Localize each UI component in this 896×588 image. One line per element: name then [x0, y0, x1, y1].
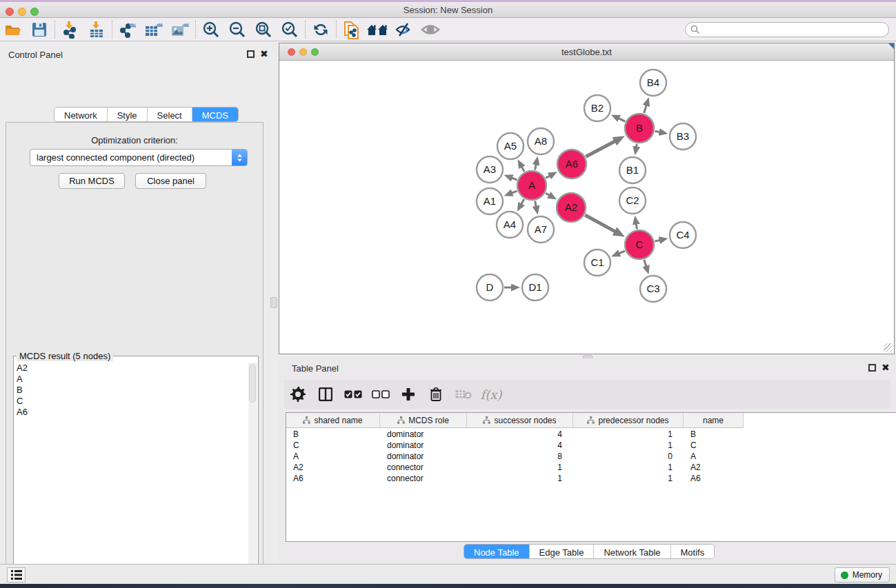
- cell-predecessor-nodes[interactable]: 1: [573, 440, 684, 450]
- result-list-scrollbar[interactable]: [248, 363, 257, 588]
- tab-select[interactable]: Select: [148, 108, 192, 121]
- cell-successor-nodes[interactable]: 4: [467, 429, 573, 439]
- result-item-c[interactable]: C: [14, 396, 248, 407]
- graph-edge-A6-B[interactable]: [586, 141, 615, 156]
- criterion-dropdown[interactable]: largest connected component (directed): [30, 149, 248, 166]
- graph-edge-A-A1[interactable]: [512, 191, 517, 193]
- table-row-a6[interactable]: A6connector11A6: [286, 473, 896, 484]
- graph-node-C2[interactable]: C2: [619, 187, 646, 214]
- graph-edge-A-A3[interactable]: [512, 178, 517, 180]
- graph-edge-A-A8[interactable]: [535, 164, 537, 170]
- function-builder-button[interactable]: f(x): [477, 383, 505, 406]
- graph-edge-C-C4[interactable]: [655, 240, 659, 241]
- graph-node-C3[interactable]: C3: [640, 276, 666, 302]
- cell-MCDS-role[interactable]: connector: [380, 463, 467, 472]
- tab-mcds[interactable]: MCDS: [192, 108, 238, 121]
- add-column-button[interactable]: [395, 383, 422, 406]
- cell-successor-nodes[interactable]: 1: [467, 474, 573, 483]
- table-row-a[interactable]: Adominator80A: [286, 451, 896, 462]
- result-item-a2[interactable]: A2: [14, 363, 248, 374]
- cell-shared-name[interactable]: A: [286, 452, 380, 461]
- table-row-a2[interactable]: A2connector11A2: [286, 462, 896, 473]
- graph-node-B4[interactable]: B4: [640, 70, 666, 96]
- graph-edge-B-B1[interactable]: [637, 144, 637, 148]
- graph-node-A3[interactable]: A3: [477, 156, 503, 183]
- cell-predecessor-nodes[interactable]: 1: [573, 474, 684, 483]
- scrollbar-thumb[interactable]: [249, 364, 256, 403]
- network-from-selection-button[interactable]: [339, 19, 365, 40]
- graph-node-C4[interactable]: C4: [670, 222, 696, 248]
- export-image-button[interactable]: [167, 19, 193, 40]
- graph-node-A2[interactable]: A2: [557, 193, 586, 222]
- cell-predecessor-nodes[interactable]: 1: [573, 463, 684, 472]
- cell-MCDS-role[interactable]: dominator: [380, 452, 467, 461]
- graph-node-C[interactable]: C: [625, 230, 654, 259]
- titlebar[interactable]: Session: New Session: [0, 2, 896, 18]
- cell-predecessor-nodes[interactable]: 1: [573, 429, 684, 439]
- network-canvas[interactable]: B4B2BB3A5A8A6A3AB1A1A2C2A4A7C4CC1DD1C3: [279, 61, 894, 354]
- table-row-c[interactable]: Cdominator41C: [286, 440, 896, 451]
- cell-shared-name[interactable]: B: [286, 429, 380, 439]
- save-session-button[interactable]: [26, 19, 52, 40]
- cell-name[interactable]: C: [684, 440, 744, 450]
- hide-graphics-details-button[interactable]: [391, 19, 417, 40]
- graph-node-C1[interactable]: C1: [584, 250, 610, 276]
- cell-name[interactable]: A2: [684, 463, 744, 472]
- tab-style[interactable]: Style: [108, 108, 148, 121]
- column-header-MCDS-role[interactable]: MCDS role: [380, 413, 467, 427]
- export-table-button[interactable]: [141, 19, 167, 40]
- welcome-screen-button[interactable]: [365, 19, 391, 40]
- graph-node-B3[interactable]: B3: [670, 123, 696, 150]
- tab-motifs[interactable]: Motifs: [671, 545, 715, 558]
- column-header-name[interactable]: name: [684, 413, 744, 427]
- zoom-fit-button[interactable]: [250, 19, 277, 40]
- delete-column-button[interactable]: [422, 383, 450, 406]
- graph-edge-C-C2[interactable]: [636, 224, 637, 230]
- graph-edge-C-C3[interactable]: [644, 260, 646, 267]
- graph-edge-A-A7[interactable]: [535, 201, 537, 207]
- graph-edge-A-A2[interactable]: [546, 193, 550, 195]
- cell-predecessor-nodes[interactable]: 0: [573, 452, 684, 461]
- cell-shared-name[interactable]: A2: [286, 463, 380, 472]
- graph-node-A[interactable]: A: [517, 171, 546, 200]
- close-panel-button[interactable]: Close panel: [135, 173, 206, 189]
- cell-name[interactable]: A6: [684, 474, 744, 483]
- export-network-button[interactable]: [115, 19, 141, 40]
- table-settings-button[interactable]: [284, 383, 312, 406]
- graph-node-A7[interactable]: A7: [528, 216, 554, 243]
- graph-edge-C-C1[interactable]: [619, 251, 625, 254]
- column-layout-button[interactable]: [312, 383, 339, 406]
- float-panel-icon[interactable]: [247, 50, 255, 58]
- import-table-button[interactable]: [83, 19, 110, 40]
- graph-node-D1[interactable]: D1: [522, 274, 548, 301]
- graph-node-A4[interactable]: A4: [497, 212, 523, 238]
- close-table-panel-icon[interactable]: ✖: [882, 362, 890, 373]
- cell-name[interactable]: B: [684, 429, 744, 439]
- result-item-a6[interactable]: A6: [14, 407, 248, 418]
- zoom-selected-button[interactable]: [277, 19, 303, 40]
- cell-MCDS-role[interactable]: dominator: [380, 440, 467, 450]
- cell-MCDS-role[interactable]: dominator: [380, 429, 467, 439]
- graph-node-A8[interactable]: A8: [528, 128, 554, 154]
- column-header-successor-nodes[interactable]: successor nodes: [467, 413, 573, 427]
- window-resize-grip[interactable]: [884, 343, 893, 352]
- graph-edge-A-A4[interactable]: [521, 199, 524, 204]
- tab-network[interactable]: Network: [54, 108, 108, 121]
- show-graphics-details-button[interactable]: [417, 19, 444, 40]
- zoom-out-button[interactable]: [224, 19, 250, 40]
- graph-node-B[interactable]: B: [625, 114, 654, 143]
- result-item-b[interactable]: B: [14, 385, 248, 396]
- memory-button[interactable]: Memory: [835, 567, 890, 582]
- select-all-columns-button[interactable]: [339, 383, 367, 406]
- float-table-panel-icon[interactable]: [868, 364, 876, 372]
- graph-edge-A2-C[interactable]: [585, 215, 615, 232]
- graph-node-B2[interactable]: B2: [584, 95, 610, 121]
- graph-node-A6[interactable]: A6: [557, 150, 586, 179]
- delete-table-button[interactable]: [450, 383, 477, 406]
- open-session-button[interactable]: [0, 19, 26, 40]
- cell-shared-name[interactable]: C: [286, 440, 380, 450]
- import-network-button[interactable]: [57, 19, 83, 40]
- graph-edge-B-B4[interactable]: [644, 105, 646, 113]
- close-panel-icon[interactable]: ✖: [260, 48, 268, 59]
- tab-network-table[interactable]: Network Table: [594, 545, 670, 558]
